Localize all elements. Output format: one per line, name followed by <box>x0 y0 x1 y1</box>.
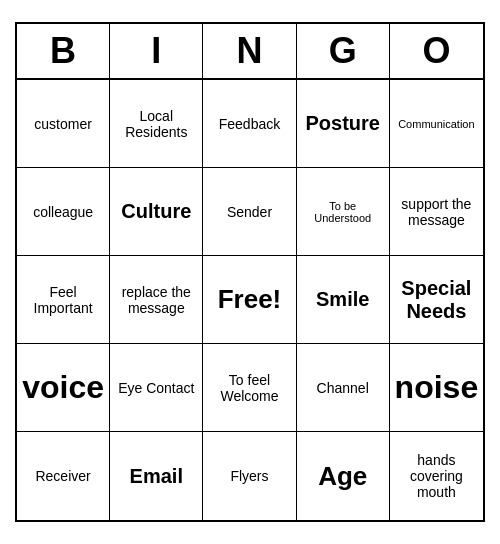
bingo-letter: I <box>110 24 203 78</box>
bingo-cell: Age <box>297 432 390 520</box>
bingo-cell: replace the message <box>110 256 203 344</box>
bingo-cell: Free! <box>203 256 296 344</box>
bingo-cell: To feel Welcome <box>203 344 296 432</box>
bingo-cell: Flyers <box>203 432 296 520</box>
bingo-cell: customer <box>17 80 110 168</box>
bingo-grid: customerLocal ResidentsFeedbackPostureCo… <box>17 80 483 520</box>
bingo-cell: Eye Contact <box>110 344 203 432</box>
bingo-cell: Culture <box>110 168 203 256</box>
bingo-letter: O <box>390 24 483 78</box>
bingo-cell: Posture <box>297 80 390 168</box>
bingo-letter: N <box>203 24 296 78</box>
bingo-cell: support the message <box>390 168 483 256</box>
bingo-cell: noise <box>390 344 483 432</box>
bingo-cell: To be Understood <box>297 168 390 256</box>
bingo-cell: Channel <box>297 344 390 432</box>
bingo-letter: B <box>17 24 110 78</box>
bingo-cell: hands covering mouth <box>390 432 483 520</box>
bingo-cell: voice <box>17 344 110 432</box>
bingo-cell: Local Residents <box>110 80 203 168</box>
bingo-card: BINGO customerLocal ResidentsFeedbackPos… <box>15 22 485 522</box>
bingo-cell: Smile <box>297 256 390 344</box>
bingo-cell: Feel Important <box>17 256 110 344</box>
bingo-cell: colleague <box>17 168 110 256</box>
bingo-letter: G <box>297 24 390 78</box>
bingo-cell: Sender <box>203 168 296 256</box>
bingo-header: BINGO <box>17 24 483 80</box>
bingo-cell: Special Needs <box>390 256 483 344</box>
bingo-cell: Feedback <box>203 80 296 168</box>
bingo-cell: Email <box>110 432 203 520</box>
bingo-cell: Receiver <box>17 432 110 520</box>
bingo-cell: Communication <box>390 80 483 168</box>
